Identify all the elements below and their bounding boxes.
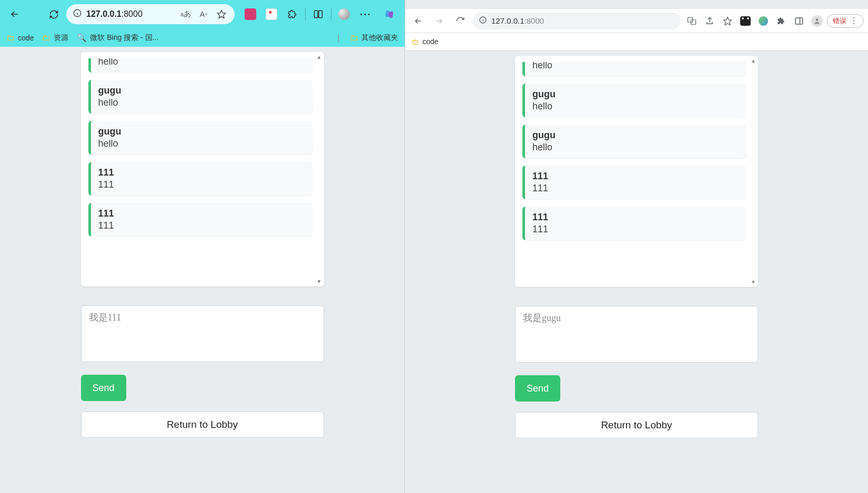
svg-point-14 xyxy=(816,18,819,21)
edge-toolbar: 127.0.0.1:8000 aあ A» ● ⋯ xyxy=(0,0,405,28)
message-text: 111 xyxy=(98,179,305,190)
refresh-button[interactable] xyxy=(451,12,469,30)
message-sender: gugu xyxy=(532,130,739,141)
bookmark-bing[interactable]: 🔍微软 Bing 搜索 - 国... xyxy=(77,33,158,43)
message-sender: gugu xyxy=(532,89,739,100)
extension-icon-2[interactable]: ● xyxy=(263,6,280,23)
bookmark-other[interactable]: | 🗀其他收藏夹 xyxy=(338,33,398,43)
info-icon xyxy=(479,16,487,26)
send-button[interactable]: Send xyxy=(515,375,560,402)
svg-rect-5 xyxy=(319,11,322,17)
message-sender: 111 xyxy=(532,171,739,182)
page-content-right: ▲ helloguguhelloguguhello111111111111 ▼ … xyxy=(405,50,868,493)
extension-icon-1[interactable] xyxy=(242,6,259,23)
copilot-icon[interactable] xyxy=(381,6,398,23)
message-sender: 111 xyxy=(98,167,305,178)
message-sender: gugu xyxy=(98,85,305,96)
back-button[interactable] xyxy=(5,5,24,24)
return-to-lobby-button[interactable]: Return to Lobby xyxy=(81,412,324,438)
back-button[interactable] xyxy=(409,12,427,30)
chat-scroll-area[interactable]: helloguguhelloguguhello111111111111 xyxy=(522,62,751,281)
separator xyxy=(305,8,306,20)
address-bar[interactable]: 127.0.0.1:8000 xyxy=(472,13,681,29)
send-button[interactable]: Send xyxy=(81,375,126,401)
search-icon: 🔍 xyxy=(77,33,87,43)
chat-message: 111111 xyxy=(522,166,746,199)
message-text: 111 xyxy=(532,183,739,194)
chrome-toolbar: 127.0.0.1:8000 xyxy=(405,9,868,33)
chat-messages-panel: ▲ helloguguhelloguguhello111111111111 ▼ xyxy=(515,56,758,287)
favorite-star-icon[interactable] xyxy=(215,7,228,21)
bookmark-resources[interactable]: 🗀资源 xyxy=(42,33,68,43)
message-text: hello xyxy=(532,62,739,71)
scroll-down-icon[interactable]: ▼ xyxy=(751,279,756,285)
chat-message: 111111 xyxy=(88,203,312,237)
profile-icon[interactable] xyxy=(809,13,825,29)
folder-icon: 🗀 xyxy=(6,33,15,43)
message-input[interactable]: 我是gugu xyxy=(515,306,758,363)
sidepanel-icon[interactable] xyxy=(791,13,807,29)
profile-icon[interactable] xyxy=(336,6,352,23)
message-sender: gugu xyxy=(98,126,305,137)
message-input[interactable]: 我是111 xyxy=(81,305,324,362)
message-text: hello xyxy=(532,101,739,112)
bookmark-code[interactable]: 🗀code xyxy=(6,33,34,43)
chat-message: guguhello xyxy=(522,125,746,158)
chat-scroll-area[interactable]: helloguguhelloguguhello111111111111 xyxy=(88,58,317,280)
extensions-puzzle-icon[interactable] xyxy=(773,13,789,29)
message-sender: 111 xyxy=(98,208,305,219)
url-text: 127.0.0.1:8000 xyxy=(491,16,544,25)
chat-message: hello xyxy=(522,62,746,76)
menu-dots-icon: ⋮ xyxy=(850,16,858,26)
page-content-left: ▲ helloguguhelloguguhello111111111111 ▼ … xyxy=(0,47,405,493)
svg-marker-3 xyxy=(218,11,226,18)
scroll-up-icon[interactable]: ▲ xyxy=(751,58,756,64)
error-indicator[interactable]: 错误 ⋮ xyxy=(827,14,864,28)
overflow-menu-icon[interactable]: ⋯ xyxy=(357,6,374,23)
favorite-star-icon[interactable] xyxy=(720,13,735,29)
svg-rect-12 xyxy=(795,18,803,24)
info-icon xyxy=(73,8,82,20)
message-text: hello xyxy=(98,58,305,67)
bookmark-code[interactable]: 🗀code xyxy=(411,37,438,46)
chat-message: guguhello xyxy=(88,80,312,114)
chat-messages-panel: ▲ helloguguhelloguguhello111111111111 ▼ xyxy=(81,52,324,286)
forward-button xyxy=(430,12,448,30)
chat-message: 111111 xyxy=(522,207,746,240)
message-text: hello xyxy=(532,142,739,153)
read-aloud-icon[interactable]: A» xyxy=(197,7,210,21)
chat-message: guguhello xyxy=(88,121,312,155)
extension-icon-panda[interactable] xyxy=(738,13,753,29)
message-text: hello xyxy=(98,97,305,108)
translate-icon[interactable] xyxy=(684,13,700,29)
chat-message: guguhello xyxy=(522,84,746,117)
bookmarks-bar: 🗀code 🗀资源 🔍微软 Bing 搜索 - 国... | 🗀其他收藏夹 xyxy=(0,28,405,47)
error-label: 错误 xyxy=(833,16,846,26)
svg-rect-4 xyxy=(315,11,318,17)
separator xyxy=(331,8,331,20)
message-text: 111 xyxy=(532,224,739,235)
bookmarks-bar: 🗀code xyxy=(405,33,868,50)
translate-icon[interactable]: aあ xyxy=(179,7,193,21)
split-screen-icon[interactable] xyxy=(310,6,327,23)
url-text: 127.0.0.1:8000 xyxy=(86,9,175,19)
share-icon[interactable] xyxy=(702,13,718,29)
svg-marker-11 xyxy=(724,17,732,25)
chat-message: hello xyxy=(88,58,312,73)
message-sender: 111 xyxy=(532,212,739,223)
return-to-lobby-button[interactable]: Return to Lobby xyxy=(515,412,758,438)
extension-icon-globe[interactable] xyxy=(755,13,771,29)
message-text: hello xyxy=(98,138,305,149)
browser-window-left: 127.0.0.1:8000 aあ A» ● ⋯ xyxy=(0,0,405,493)
scroll-up-icon[interactable]: ▲ xyxy=(317,54,322,60)
refresh-button[interactable] xyxy=(44,5,63,24)
message-text: 111 xyxy=(98,220,305,231)
browser-window-right: 127.0.0.1:8000 xyxy=(405,0,868,493)
folder-icon: 🗀 xyxy=(42,33,51,43)
extensions-puzzle-icon[interactable] xyxy=(284,6,301,23)
scroll-down-icon[interactable]: ▼ xyxy=(317,279,322,284)
folder-icon: 🗀 xyxy=(350,33,358,43)
folder-icon: 🗀 xyxy=(411,37,419,46)
address-bar[interactable]: 127.0.0.1:8000 aあ A» xyxy=(66,4,235,24)
chat-message: 111111 xyxy=(88,162,312,196)
